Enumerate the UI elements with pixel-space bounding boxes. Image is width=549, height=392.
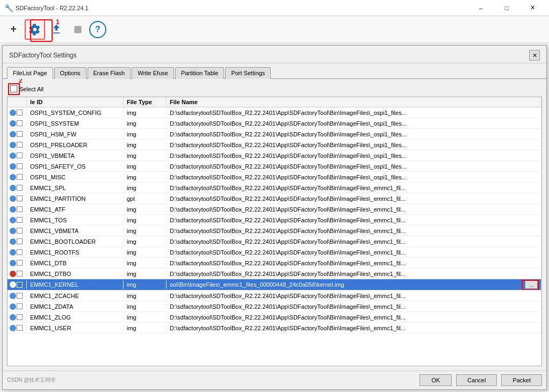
row-checkbox[interactable]	[17, 110, 23, 115]
row-filepath: D:\sdfactorytool\SDToolBox_R2.22.2401\Ap…	[167, 324, 541, 332]
row-id: EMMC1_DTBO	[27, 270, 124, 278]
row-checkbox[interactable]	[17, 228, 23, 234]
row-checkbox[interactable]	[17, 142, 23, 148]
row-filepath: D:\sdfactorytool\SDToolBox_R2.22.2401\Ap…	[167, 302, 541, 311]
table-row[interactable]: EMMC1_DTBOimgD:\sdfactorytool\SDToolBox_…	[8, 268, 541, 279]
stop-icon	[73, 24, 83, 35]
row-filetype: gpt	[124, 194, 167, 203]
tab-erase[interactable]: Erase Flash	[88, 67, 131, 79]
table-row[interactable]: EMMC1_ZLOGimgD:\sdfactorytool\SDToolBox_…	[8, 312, 541, 323]
row-checkbox[interactable]	[17, 206, 23, 212]
row-icons-cell	[8, 151, 27, 160]
tab-options[interactable]: Options	[54, 67, 86, 79]
table-body: OSPI1_SYSTEM_CONFIGimgD:\sdfactorytool\S…	[8, 107, 541, 333]
stop-button[interactable]	[68, 19, 88, 40]
minimize-button[interactable]: –	[468, 0, 493, 16]
table-row[interactable]: EMMC1_ZCACHEimgD:\sdfactorytool\SDToolBo…	[8, 291, 541, 301]
row-checkbox[interactable]	[17, 325, 23, 331]
row-filepath: D:\sdfactorytool\SDToolBox_R2.22.2401\Ap…	[167, 151, 541, 160]
dialog-content: 2 Select All le ID File Type File Name O…	[3, 79, 546, 371]
row-checkbox[interactable]	[17, 153, 23, 158]
row-checkbox[interactable]	[17, 174, 23, 180]
row-filetype: img	[124, 141, 167, 149]
table-row[interactable]: OSPI1_MISCimgD:\sdfactorytool\SDToolBox_…	[8, 172, 541, 183]
row-icons-cell	[8, 280, 27, 289]
tab-ports[interactable]: Port Settings	[225, 67, 271, 79]
row-checkbox[interactable]	[17, 249, 23, 255]
annotation-2-number: 2	[19, 79, 23, 84]
row-id: EMMC1_USER	[27, 324, 124, 332]
main-toolbar: 1 + ?	[0, 16, 549, 43]
select-all-row: 2 Select All	[7, 83, 542, 95]
table-row[interactable]: EMMC1_BOOTLOADERimgD:\sdfactorytool\SDTo…	[8, 236, 541, 247]
tab-partition[interactable]: Partition Table	[175, 67, 225, 79]
row-status-icon	[10, 271, 16, 277]
help-button[interactable]: ?	[89, 21, 106, 38]
download-icon	[50, 24, 62, 35]
row-checkbox[interactable]	[17, 185, 23, 191]
row-checkbox[interactable]	[17, 271, 23, 277]
row-checkbox[interactable]	[17, 293, 23, 299]
row-status-icon	[10, 206, 16, 213]
row-checkbox[interactable]	[17, 163, 23, 169]
table-row[interactable]: EMMC1_DTBimgD:\sdfactorytool\SDToolBox_R…	[8, 258, 541, 268]
row-filetype: img	[124, 205, 167, 214]
table-row[interactable]: OSPI1_HSM_FWimgD:\sdfactorytool\SDToolBo…	[8, 129, 541, 140]
row-id: OSPI1_SSYSTEM	[27, 119, 124, 128]
row-icons-cell	[8, 205, 27, 214]
cancel-button[interactable]: Cancel	[456, 374, 497, 386]
add-button[interactable]: +	[3, 19, 24, 40]
table-row[interactable]: EMMC1_ZDATAimgD:\sdfactorytool\SDToolBox…	[8, 301, 541, 312]
row-checkbox[interactable]	[17, 314, 23, 320]
row-filepath: D:\sdfactorytool\SDToolBox_R2.22.2401\Ap…	[167, 248, 541, 257]
table-row[interactable]: OSPI1_VBMETAimgD:\sdfactorytool\SDToolBo…	[8, 150, 541, 161]
row-checkbox[interactable]	[17, 120, 23, 126]
table-row[interactable]: EMMC1_TOSimgD:\sdfactorytool\SDToolBox_R…	[8, 215, 541, 226]
table-row[interactable]: EMMC1_VBMETAimgD:\sdfactorytool\SDToolBo…	[8, 226, 541, 236]
tab-filelist[interactable]: FileList Page	[7, 67, 53, 79]
row-checkbox[interactable]	[17, 195, 23, 201]
ok-button[interactable]: OK	[420, 374, 452, 386]
browse-button[interactable]: ...	[525, 280, 538, 289]
tab-write[interactable]: Write Efuse	[132, 67, 174, 79]
dialog-title: SDFactoryTool Settings	[9, 52, 76, 59]
row-checkbox[interactable]	[17, 131, 23, 137]
table-row[interactable]: OSPI1_SYSTEM_CONFIGimgD:\sdfactorytool\S…	[8, 107, 541, 118]
row-icons-cell	[8, 141, 27, 149]
row-checkbox[interactable]	[17, 217, 23, 223]
row-filepath: ool\Bin\ImageFiles\_emmc1_files_00000448…	[167, 279, 541, 290]
settings-button[interactable]	[25, 19, 45, 40]
table-row[interactable]: OSPI1_SAFETY_OSimgD:\sdfactorytool\SDToo…	[8, 161, 541, 172]
row-icons-cell	[8, 162, 27, 171]
table-row[interactable]: EMMC1_SPLimgD:\sdfactorytool\SDToolBox_R…	[8, 183, 541, 193]
window-controls: – □ ✕	[468, 0, 545, 16]
maximize-button[interactable]: □	[494, 0, 519, 16]
row-id: OSPI1_SYSTEM_CONFIG	[27, 108, 124, 117]
header-name: File Name	[167, 97, 541, 107]
table-row[interactable]: EMMC1_USERimgD:\sdfactorytool\SDToolBox_…	[8, 323, 541, 333]
table-header: le ID File Type File Name	[8, 97, 541, 107]
row-checkbox[interactable]	[17, 282, 23, 288]
table-row[interactable]: EMMC1_KERNELimgool\Bin\ImageFiles\_emmc1…	[8, 279, 541, 291]
table-row[interactable]: OSPI1_SSYSTEMimgD:\sdfactorytool\SDToolB…	[8, 118, 541, 129]
packet-button[interactable]: Packet	[501, 374, 542, 386]
table-row[interactable]: OSPI1_PRELOADERimgD:\sdfactorytool\SDToo…	[8, 140, 541, 150]
dialog-close-button[interactable]: ✕	[529, 50, 540, 61]
table-row[interactable]: EMMC1_PARTITIONgptD:\sdfactorytool\SDToo…	[8, 193, 541, 204]
row-filepath: D:\sdfactorytool\SDToolBox_R2.22.2401\Ap…	[167, 270, 541, 278]
row-checkbox[interactable]	[17, 238, 23, 244]
close-button[interactable]: ✕	[520, 0, 545, 16]
table-scroll[interactable]: OSPI1_SYSTEM_CONFIGimgD:\sdfactorytool\S…	[8, 107, 541, 366]
row-status-icon	[10, 293, 16, 299]
row-filetype: img	[124, 324, 167, 332]
download-button[interactable]	[46, 19, 67, 40]
main-window: 🔧 SDFactoryTool - R2.22.24.1 – □ ✕ 1 +	[0, 0, 549, 392]
row-status-icon	[10, 238, 16, 245]
row-filepath: D:\sdfactorytool\SDToolBox_R2.22.2401\Ap…	[167, 130, 541, 139]
row-checkbox[interactable]	[17, 260, 23, 266]
row-filetype: img	[124, 151, 167, 160]
row-checkbox[interactable]	[17, 303, 23, 309]
select-all-checkbox[interactable]	[10, 85, 17, 92]
table-row[interactable]: EMMC1_ROOTFSimgD:\sdfactorytool\SDToolBo…	[8, 247, 541, 258]
table-row[interactable]: EMMC1_ATFimgD:\sdfactorytool\SDToolBox_R…	[8, 204, 541, 215]
